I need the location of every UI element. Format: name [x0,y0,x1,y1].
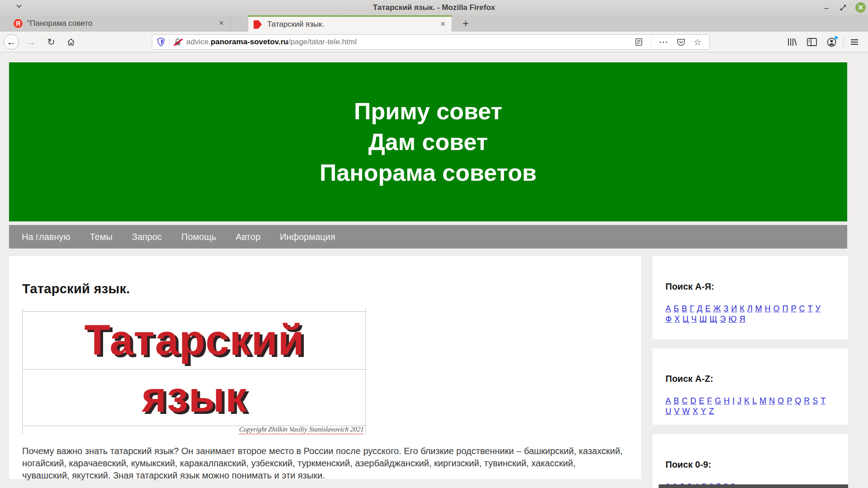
new-tab-button[interactable]: + [458,17,473,30]
letter-link[interactable]: K [744,396,750,406]
sidebars-icon[interactable] [807,38,817,46]
back-button[interactable]: ← [4,34,19,50]
letter-link[interactable]: X [693,406,698,417]
site-nav-link[interactable]: Темы [90,232,112,242]
letter-link[interactable]: N [769,396,775,406]
navigation-toolbar: ← → ↻ advice.panorama-sovetov.ru/page/ta… [0,32,868,52]
close-button[interactable]: ✕ [855,2,866,13]
site-nav-link[interactable]: На главную [22,232,70,242]
urlbar-separator [651,38,651,47]
letter-link[interactable]: T [821,396,826,406]
letter-link[interactable]: Г [690,304,694,314]
letter-link[interactable]: Л [747,304,753,314]
url-bar[interactable]: advice.panorama-sovetov.ru/page/tatar-te… [152,34,710,50]
letter-link[interactable]: З [723,304,728,314]
letter-link[interactable]: G [715,396,721,406]
site-nav-link[interactable]: Запрос [132,232,162,242]
tab-close-icon[interactable]: × [214,18,230,29]
letter-links: АБВГДЕЖЗИКЛМНОПРСТУФХЦЧШЩЭЮЯ [665,304,829,324]
letter-link[interactable]: S [812,396,818,406]
image-word-tatarskiy: Татарский [22,312,367,369]
letter-link[interactable]: V [674,406,679,417]
letter-link[interactable]: C [682,396,688,406]
letter-link[interactable]: Щ [710,314,717,324]
letter-link[interactable]: И [731,304,737,314]
account-icon[interactable] [827,38,836,47]
tab-label: Татарский язык. [267,20,436,29]
letter-link[interactable]: У [816,304,821,314]
letter-link[interactable]: Э [720,314,726,324]
letter-link[interactable]: U [665,406,671,417]
letter-link[interactable]: Я [740,314,745,324]
letter-link[interactable]: Х [675,314,680,324]
site-nav-link[interactable]: Автор [236,232,260,242]
site-nav-link[interactable]: Помощь [181,232,216,242]
letter-link[interactable]: R [804,396,810,406]
letter-link[interactable]: А [665,304,671,314]
letter-link[interactable]: П [783,304,788,314]
letter-link[interactable]: Ю [728,314,736,324]
letter-link[interactable]: Ц [683,314,689,324]
letter-link[interactable]: Н [765,304,771,314]
letter-link[interactable]: Ф [665,314,672,324]
site-nav: На главнуюТемыЗапросПомощьАвторИнформаци… [9,225,847,249]
letter-link[interactable]: Ж [713,304,721,314]
tab-tatarskiy-yazyk-active[interactable]: Татарский язык. × [248,15,452,32]
letter-link[interactable]: M [760,396,766,406]
library-icon[interactable] [787,38,797,47]
home-button[interactable] [63,34,79,50]
menu-hamburger-icon[interactable] [850,39,859,45]
letter-link[interactable]: J [737,396,741,406]
forward-button[interactable]: → [24,34,39,50]
letter-link[interactable]: I [732,396,735,406]
letter-link[interactable]: Б [674,304,679,314]
letter-link[interactable]: Ш [699,314,707,324]
site-banner: Приму советДам советПанорама советов [9,62,847,221]
sidebar-section-title: Поиск А-Я: [665,282,848,292]
article-title: Татарский язык. [22,282,641,296]
letter-link[interactable]: Z [709,406,714,417]
letter-link[interactable]: E [699,396,704,406]
window-title: Татарский язык. - Mozilla Firefox [0,3,868,12]
letter-link[interactable]: H [724,396,730,406]
letter-link[interactable]: F [707,396,712,406]
letter-link[interactable]: Е [705,304,711,314]
bookmark-star-icon[interactable]: ☆ [693,37,702,47]
bottom-edge-strip [659,484,848,488]
letter-link[interactable]: Д [697,304,703,314]
letter-link[interactable]: Ч [691,314,697,324]
letter-link[interactable]: Р [791,304,797,314]
letter-link[interactable]: Q [795,396,801,406]
insecure-lock-icon [174,38,182,46]
letter-link[interactable]: D [690,396,696,406]
reload-button[interactable]: ↻ [43,34,59,50]
banner-line: Панорама советов [320,157,537,188]
letter-link[interactable]: В [682,304,687,314]
reader-mode-icon[interactable] [635,38,643,46]
letter-link[interactable]: B [674,396,679,406]
window-titlebar: Татарский язык. - Mozilla Firefox – ✕ [0,0,868,15]
letter-link[interactable]: Т [808,304,813,314]
letter-link[interactable]: М [755,304,762,314]
letter-link[interactable]: О [774,304,780,314]
toolbar-separator [843,37,844,47]
page-actions-icon[interactable]: ••• [660,39,669,45]
image-copyright: Copyright Zhilkin Vasiliy Stanislavovich… [239,426,364,433]
letter-link[interactable]: L [752,396,757,406]
letter-link[interactable]: O [778,396,784,406]
letter-link[interactable]: С [799,304,805,314]
letter-link[interactable]: К [740,304,745,314]
tab-panorama-sovetov[interactable]: Я "Панорама совето × [8,15,231,32]
letter-link[interactable]: W [682,406,690,417]
sidebar-search-digits: Поиск 0-9: 0123456789 [652,434,848,488]
site-nav-link[interactable]: Информация [280,232,335,242]
maximize-button[interactable] [838,2,849,13]
letter-link[interactable]: P [787,396,792,406]
minimize-button[interactable]: – [821,2,832,13]
sidebar-section-title: Поиск 0-9: [665,460,848,470]
tracking-protection-shield-icon[interactable] [157,38,165,47]
letter-link[interactable]: A [665,396,671,406]
letter-link[interactable]: Y [701,406,706,417]
tab-close-icon[interactable]: × [436,19,452,30]
pocket-icon[interactable] [677,38,685,47]
